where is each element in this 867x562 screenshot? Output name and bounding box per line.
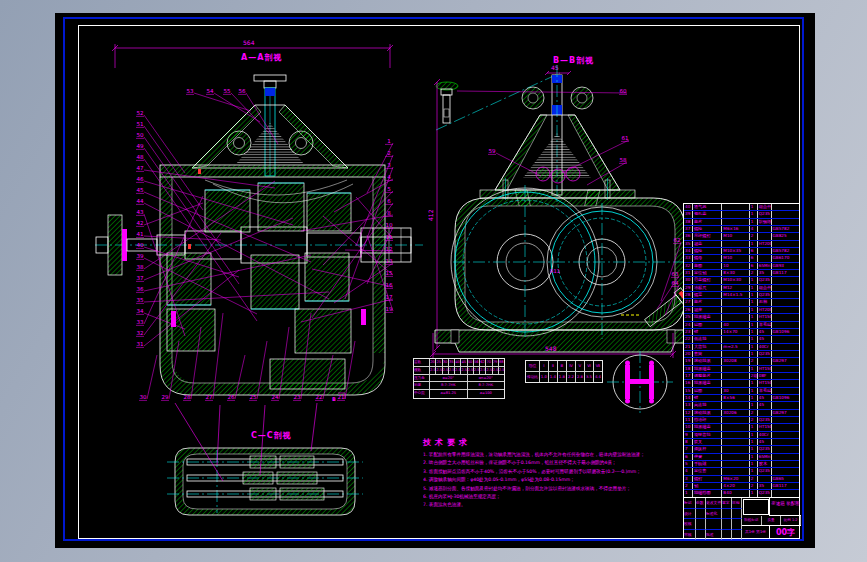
ratio-table[interactable]: 挡位ⅠⅡⅢⅣⅤⅥⅦ传动比1.01.41.82.22.83.54.4 (525, 360, 603, 383)
balloon-number[interactable]: 22 (316, 394, 323, 400)
bom-row[interactable]: 8拨叉145 (684, 439, 799, 446)
balloon-number[interactable]: 12 (386, 246, 393, 252)
balloon-number[interactable]: 64 (672, 280, 679, 286)
balloon-number[interactable]: 40 (137, 242, 144, 248)
balloon-number[interactable]: 1 (387, 138, 391, 144)
bom-row[interactable]: 36吊环螺钉M102GB825 (684, 233, 799, 240)
balloon-number[interactable]: 16 (386, 282, 393, 288)
balloon-number[interactable]: 35 (137, 297, 144, 303)
balloon-number[interactable]: 45 (137, 187, 144, 193)
balloon-number[interactable]: 61 (622, 135, 629, 141)
balloon-number[interactable]: 33 (137, 319, 144, 325)
balloon-number[interactable]: 42 (137, 220, 144, 226)
bom-row[interactable]: 3螺钉M6×202GB65 (684, 476, 799, 483)
drawing-canvas[interactable]: 564 A—A剖视 (55, 13, 815, 548)
bom-row[interactable]: 9滑移齿轮140Cr (684, 432, 799, 439)
balloon-number[interactable]: 63 (672, 271, 679, 277)
bom-row[interactable]: 24毡圈401羊毛毡 (684, 322, 799, 329)
balloon-number[interactable]: 59 (489, 148, 496, 154)
bom-row[interactable]: 20套筒1Q235 (684, 351, 799, 358)
bom-row[interactable]: 21大齿轮m=2.5140Cr (684, 344, 799, 351)
bom-row[interactable]: 7操纵杆1Q235 (684, 446, 799, 453)
balloon-number[interactable]: 58 (620, 157, 627, 163)
bom-row[interactable]: 14键8×56145GB1096 (684, 395, 799, 402)
balloon-number[interactable]: 23 (294, 394, 301, 400)
balloon-number[interactable]: 55 (224, 88, 231, 94)
balloon-number[interactable]: 15 (386, 270, 393, 276)
bom-row[interactable]: 39视孔盖1Q235 (684, 211, 799, 218)
balloon-number[interactable]: 29 (162, 394, 169, 400)
bom-row[interactable]: 28螺塞M14×1.51Q235 (684, 292, 799, 299)
balloon-number[interactable]: 43 (137, 209, 144, 215)
balloon-number[interactable]: 47 (137, 165, 144, 171)
balloon-number[interactable]: 62 (674, 237, 681, 243)
bom-row[interactable]: 29油标尺M121组合件 (684, 285, 799, 292)
bom-row[interactable]: 10轴承端盖1HT150 (684, 424, 799, 431)
balloon-number[interactable]: 54 (207, 88, 214, 94)
c-c-section-view[interactable]: C—C剖视 (167, 403, 363, 515)
right-section-view[interactable]: B—B剖视 412 45 (427, 56, 695, 358)
balloon-number[interactable]: 5 (387, 186, 391, 192)
bom-row[interactable]: 19滚动轴承302082GB297 (684, 358, 799, 365)
balloon-number[interactable]: 3 (387, 162, 391, 168)
bom-row[interactable]: 31定位销8×30235GB117 (684, 270, 799, 277)
bom-row[interactable]: 32垫圈10665MnGB93 (684, 263, 799, 270)
balloon-number[interactable]: 44 (137, 198, 144, 204)
bom-row[interactable]: 4定位套1Q235 (684, 468, 799, 475)
bom-row[interactable]: 11挡油环2Q235 (684, 417, 799, 424)
bom-row[interactable]: 22低速轴145 (684, 336, 799, 343)
balloon-number[interactable]: 8 (387, 210, 391, 216)
balloon-number[interactable]: 34 (137, 308, 144, 314)
balloon-number[interactable]: 38 (137, 264, 144, 270)
balloon-number[interactable]: 30 (140, 394, 147, 400)
bom-row[interactable]: 12滚动轴承302062GB297 (684, 410, 799, 417)
balloon-number[interactable]: 36 (137, 286, 144, 292)
balloon-number[interactable]: 52 (137, 110, 144, 116)
balloon-number[interactable]: 21 (338, 394, 345, 400)
balloon-number[interactable]: 4 (387, 174, 391, 180)
balloon-number[interactable]: 19 (386, 306, 393, 312)
balloon-number[interactable]: 11 (386, 234, 393, 240)
bom-row[interactable]: 37螺栓M6×164GB5782 (684, 226, 799, 233)
balloon-number[interactable]: 51 (137, 121, 144, 127)
bom-row[interactable]: 38垫片1软钢纸板 (684, 219, 799, 226)
bom-row[interactable]: 13高速轴145 (684, 402, 799, 409)
balloon-number[interactable]: 60 (620, 88, 627, 94)
balloon-number[interactable]: 39 (137, 253, 144, 259)
balloon-number[interactable]: 50 (137, 132, 144, 138)
balloon-number[interactable]: 24 (272, 394, 279, 400)
balloon-number[interactable]: 48 (137, 154, 144, 160)
bom-row[interactable]: 33螺母M106GB6170 (684, 255, 799, 262)
balloon-number[interactable]: 2 (387, 150, 391, 156)
balloon-number[interactable]: 25 (250, 394, 257, 400)
balloon-number[interactable]: 49 (137, 143, 144, 149)
bom-row[interactable]: 23键14×70145GB1096 (684, 329, 799, 336)
bom-row[interactable]: 25轴承端盖1HT150 (684, 314, 799, 321)
bom-row[interactable]: 18轴承端盖1HT150 (684, 366, 799, 373)
balloon-number[interactable]: 27 (206, 394, 213, 400)
balloon-number[interactable]: 41 (137, 231, 144, 237)
balloon-number[interactable]: 28 (184, 394, 191, 400)
bom-row[interactable]: 27垫片1石棉 (684, 299, 799, 306)
bom-row[interactable]: 2销4×20235GB117 (684, 483, 799, 490)
bom-table[interactable]: 40通气器1组合件39视孔盖1Q23538垫片1软钢纸板37螺栓M6×164GB… (683, 203, 800, 498)
bom-row[interactable]: 15毡圈301羊毛毡 (684, 388, 799, 395)
balloon-number[interactable]: 26 (228, 394, 235, 400)
balloon-number[interactable]: 46 (137, 176, 144, 182)
balloon-number[interactable]: 56 (239, 88, 246, 94)
balloon-number[interactable]: 6 (387, 198, 391, 204)
balloon-number[interactable]: 31 (137, 341, 144, 347)
bom-row[interactable]: 5手柄球1胶木 (684, 461, 799, 468)
bom-row[interactable]: 16轴承端盖1HT150 (684, 380, 799, 387)
bom-row[interactable]: 6弹簧165Mn (684, 454, 799, 461)
bom-row[interactable]: 34螺栓M10×356GB5782 (684, 248, 799, 255)
balloon-number[interactable]: 13 (386, 258, 393, 264)
bom-row[interactable]: 35箱盖1HT200 (684, 241, 799, 248)
bom-row[interactable]: 30启盖螺钉M10×301Q235 (684, 277, 799, 284)
balloon-number[interactable]: 37 (137, 275, 144, 281)
shift-pattern-detail[interactable] (607, 351, 673, 413)
bom-row[interactable]: 26箱座1HT200 (684, 307, 799, 314)
balloon-number[interactable]: 32 (137, 330, 144, 336)
gear-parameter-table[interactable]: 齿数202530354045505662707988模数2.52.52.52.5… (413, 358, 505, 399)
bom-row[interactable]: 40通气器1组合件 (684, 204, 799, 211)
